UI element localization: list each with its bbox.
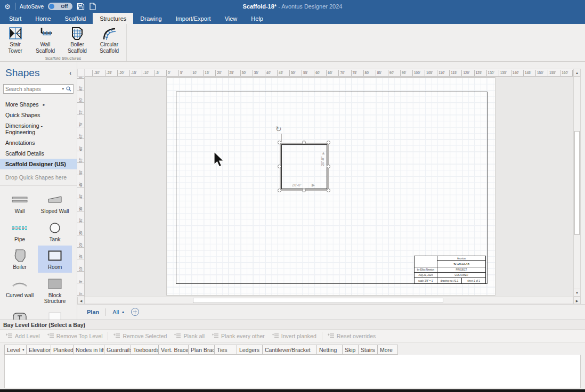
width-arrow-icon: ▶: [312, 183, 315, 187]
stencil-ibeam[interactable]: [3, 308, 37, 320]
selection-handle[interactable]: [327, 141, 330, 144]
ribbon-tab-import-export[interactable]: Import/Export: [169, 13, 218, 24]
scroll-down-button[interactable]: ▼: [574, 289, 580, 296]
search-dropdown-caret-icon[interactable]: ▾: [62, 87, 64, 91]
column-header-netting[interactable]: Netting: [317, 345, 343, 355]
title-block: Avontus Scaffold-18 by Elliot Newton PRO…: [414, 256, 486, 284]
page-filter-dropdown[interactable]: All ▲: [112, 309, 125, 315]
stencil-room[interactable]: Room: [38, 246, 72, 273]
toolbar-button-label: Remove Top Level: [56, 333, 103, 339]
scroll-left-button[interactable]: ◀: [77, 297, 85, 304]
selection-handle[interactable]: [278, 189, 281, 192]
hruler-tick: 25': [228, 70, 234, 76]
vruler-tick-line: [77, 138, 85, 139]
vruler-tick: 85': [78, 84, 84, 91]
toolbar-button-label: Invert planked: [281, 333, 316, 339]
page-tab-plan[interactable]: Plan: [87, 309, 99, 315]
boiler-scaffold-button[interactable]: Boiler Scaffold: [61, 26, 93, 54]
vruler-tick-line: [77, 283, 85, 283]
stencil-curved-wall[interactable]: Curved wall: [3, 274, 37, 307]
selection-handle[interactable]: [302, 189, 306, 192]
column-header-nodes-in-lift[interactable]: Nodes in lift: [74, 345, 104, 355]
ribbon-group-label: Scaffold Structures: [0, 56, 126, 61]
remove-selected-button[interactable]: Remove Selected: [110, 333, 170, 340]
horizontal-scrollbar-thumb[interactable]: [193, 298, 443, 303]
shape-category-dimensioning-engineering[interactable]: Dimensioning - Engineering: [0, 120, 77, 137]
shape-category-scaffold-details[interactable]: Scaffold Details: [0, 148, 77, 159]
vruler-tick-line: [77, 102, 85, 103]
add-level-button[interactable]: Add Level: [2, 333, 44, 340]
plank-every-other-button[interactable]: Plank every other: [208, 333, 269, 340]
column-header-skip[interactable]: Skip: [343, 345, 359, 355]
search-icon[interactable]: [66, 86, 71, 92]
ribbon-tab-help[interactable]: Help: [244, 13, 270, 24]
bay-table-body[interactable]: [4, 355, 581, 388]
column-header-level[interactable]: Level▾: [4, 345, 27, 355]
save-icon[interactable]: [77, 3, 85, 10]
column-header-cantilever-bracket[interactable]: Cantilever/Bracket: [263, 345, 317, 355]
vruler-tick: 30': [78, 216, 84, 223]
invert-planked-button[interactable]: Invert planked: [269, 333, 320, 340]
vertical-scrollbar-thumb[interactable]: [574, 131, 580, 235]
scroll-up-button[interactable]: ▲: [573, 69, 581, 77]
ribbon-group-scaffold-structures: Stair TowerWall ScaffoldBoiler ScaffoldC…: [0, 24, 127, 61]
remove-top-level-button[interactable]: Remove Top Level: [44, 333, 107, 340]
title-block-drawing-title: Scaffold-18: [437, 261, 485, 267]
collapse-panel-icon[interactable]: ‹: [69, 70, 71, 76]
plank-all-button[interactable]: Plank all: [170, 333, 208, 340]
column-header-planked[interactable]: Planked: [51, 345, 74, 355]
stencil-blank[interactable]: [38, 308, 72, 320]
ribbon-tab-drawing[interactable]: Drawing: [133, 13, 168, 24]
horizontal-scrollbar[interactable]: [85, 297, 573, 304]
column-header-plan-brace[interactable]: Plan Brace: [189, 345, 215, 355]
vruler-tick: 10': [78, 264, 84, 271]
column-header-guardrails[interactable]: Guardrails: [104, 345, 131, 355]
column-header-elevation[interactable]: Elevation: [27, 345, 51, 355]
shape-category-scaffold-designer-us[interactable]: Scaffold Designer (US): [0, 159, 77, 169]
selection-handle[interactable]: [302, 141, 306, 144]
ribbon-tab-start[interactable]: Start: [2, 13, 28, 24]
ribbon-tab-structures[interactable]: Structures: [93, 13, 133, 24]
selection-handle[interactable]: [327, 165, 330, 168]
vruler-tick-line: [77, 223, 85, 223]
column-header-more[interactable]: More: [378, 345, 398, 355]
wall-scaffold-button[interactable]: Wall Scaffold: [29, 26, 61, 54]
column-header-ties[interactable]: Ties: [215, 345, 237, 355]
add-page-icon[interactable]: [131, 308, 139, 316]
shape-category-quick-shapes[interactable]: Quick Shapes: [0, 110, 77, 120]
stencil-pipe[interactable]: Pipe: [3, 218, 37, 245]
shape-category-annotations[interactable]: Annotations: [0, 137, 77, 148]
new-file-icon[interactable]: [89, 3, 97, 10]
stencil-wall[interactable]: Wall: [3, 190, 37, 217]
selection-handle[interactable]: [327, 189, 330, 192]
stencil-sloped-wall[interactable]: Sloped Wall: [38, 190, 72, 217]
scroll-right-button[interactable]: ▶: [573, 297, 581, 304]
ribbon-tab-scaffold[interactable]: Scaffold: [58, 13, 93, 24]
titlebar-divider: [15, 3, 15, 10]
stencil-block-structure[interactable]: Block Structure: [38, 274, 72, 307]
stencil-tank[interactable]: Tank: [38, 218, 72, 245]
drawing-viewport[interactable]: Avontus Scaffold-18 by Elliot Newton PRO…: [85, 77, 573, 297]
stair-tower-button[interactable]: Stair Tower: [1, 26, 29, 54]
title-block-logo-cell: [415, 256, 437, 267]
hruler-tick: 15': [203, 70, 209, 76]
app-icon[interactable]: ⚙: [4, 3, 11, 10]
autosave-toggle[interactable]: Off: [48, 3, 72, 10]
ribbon-tab-home[interactable]: Home: [28, 13, 58, 24]
shapes-search-input[interactable]: [5, 86, 62, 92]
vertical-scrollbar[interactable]: ▼: [573, 77, 581, 297]
reset-overrides-button[interactable]: Reset overrides: [324, 333, 380, 340]
selected-room-shape[interactable]: [280, 143, 329, 191]
shape-category-more-shapes[interactable]: More Shapes▸: [0, 99, 77, 110]
column-header-ledgers[interactable]: Ledgers: [237, 345, 263, 355]
stencil-boiler[interactable]: Boiler: [3, 246, 37, 273]
column-header-stairs[interactable]: Stairs: [359, 345, 378, 355]
column-header-vert-braces[interactable]: Vert. Braces: [159, 345, 189, 355]
ribbon-tab-view[interactable]: View: [218, 13, 245, 24]
rotate-handle-icon[interactable]: ↻: [275, 125, 282, 133]
category-label: Scaffold Designer (US): [5, 161, 66, 167]
selection-handle[interactable]: [278, 165, 281, 168]
selection-handle[interactable]: [278, 141, 281, 144]
column-header-toeboards[interactable]: Toeboards: [131, 345, 159, 355]
circular-scaffold-button[interactable]: Circular Scaffold: [93, 26, 125, 54]
